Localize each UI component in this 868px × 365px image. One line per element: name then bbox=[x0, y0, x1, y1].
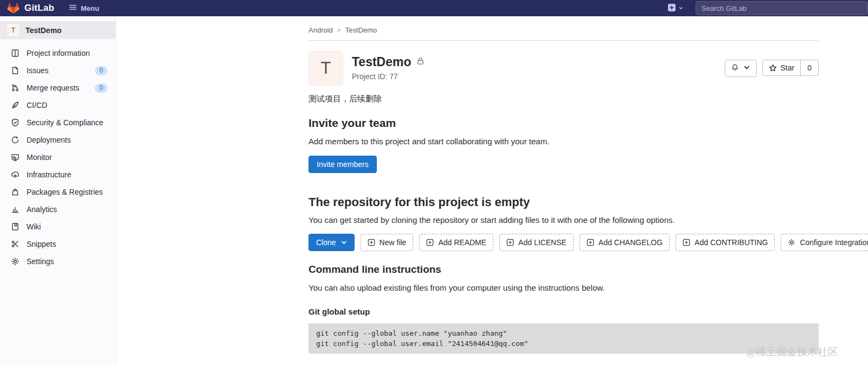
chart-icon bbox=[11, 205, 20, 214]
sidebar-item-deployments[interactable]: Deployments bbox=[0, 131, 115, 149]
breadcrumb: Android > TestDemo bbox=[308, 16, 819, 34]
navbar-right bbox=[666, 0, 868, 16]
plus-square-icon bbox=[683, 239, 690, 246]
sidebar-item-wiki[interactable]: Wiki bbox=[0, 218, 115, 235]
clone-dropdown-button[interactable]: Clone bbox=[308, 234, 355, 251]
project-avatar-small: T bbox=[7, 23, 20, 37]
search-input[interactable] bbox=[696, 1, 868, 15]
package-icon bbox=[11, 188, 20, 196]
project-actions: Star 0 bbox=[725, 60, 819, 86]
menu-button[interactable]: Menu bbox=[69, 3, 99, 13]
star-label: Star bbox=[781, 63, 795, 72]
top-navbar: GitLab Menu bbox=[0, 0, 868, 16]
add-changelog-button[interactable]: Add CHANGELOG bbox=[580, 234, 670, 251]
star-button-group: Star 0 bbox=[762, 60, 819, 76]
sidebar-item-label: Infrastructure bbox=[27, 170, 71, 179]
breadcrumb-group-link[interactable]: Android bbox=[308, 26, 333, 34]
cli-text: You can also upload existing files from … bbox=[308, 283, 819, 292]
star-button[interactable]: Star bbox=[763, 60, 801, 75]
empty-repo-text: You can get started by cloning the repos… bbox=[308, 215, 819, 225]
quill-icon bbox=[11, 101, 20, 110]
sidebar-item-label: Snippets bbox=[27, 240, 56, 248]
notification-dropdown-button[interactable] bbox=[725, 60, 757, 77]
new-file-button[interactable]: New file bbox=[361, 234, 414, 251]
count-badge: 0 bbox=[95, 84, 107, 93]
git-setup-code-block[interactable]: git config --global user.name "yuanhao z… bbox=[308, 323, 819, 354]
brand-name: GitLab bbox=[24, 3, 54, 14]
sidebar-item-issues[interactable]: Issues 0 bbox=[0, 62, 115, 79]
code-line: git config --global user.name "yuanhao z… bbox=[316, 328, 811, 338]
project-avatar: T bbox=[308, 51, 343, 86]
sidebar-item-label: CI/CD bbox=[27, 101, 47, 110]
invite-text: Add members to this project and start co… bbox=[308, 137, 819, 146]
gear-icon bbox=[788, 239, 795, 246]
plus-square-icon bbox=[587, 239, 594, 246]
sidebar-item-label: Wiki bbox=[27, 222, 41, 231]
sidebar-nav: Project information Issues 0 Merge reque… bbox=[0, 39, 115, 270]
cloud-gear-icon bbox=[11, 170, 20, 179]
git-global-setup-heading: Git global setup bbox=[308, 307, 819, 316]
chevron-down-icon bbox=[341, 240, 347, 246]
plus-square-icon bbox=[668, 4, 676, 13]
clone-label: Clone bbox=[316, 238, 336, 247]
breadcrumb-separator: > bbox=[337, 27, 341, 34]
invite-members-button[interactable]: Invite members bbox=[308, 156, 377, 173]
breadcrumb-divider bbox=[308, 40, 819, 41]
chevron-down-icon bbox=[678, 4, 684, 12]
tanuki-icon bbox=[7, 2, 20, 14]
sidebar-project-header[interactable]: T TestDemo bbox=[0, 21, 115, 39]
plus-square-icon bbox=[368, 239, 375, 246]
sidebar-item-merge-requests[interactable]: Merge requests 0 bbox=[0, 79, 115, 97]
book-icon bbox=[11, 49, 20, 57]
new-item-dropdown-button[interactable] bbox=[666, 2, 686, 15]
invite-heading: Invite your team bbox=[308, 117, 819, 130]
issues-icon bbox=[11, 66, 20, 75]
project-header: T TestDemo Project ID: 77 bbox=[308, 51, 819, 86]
sidebar-item-security-compliance[interactable]: Security & Compliance bbox=[0, 114, 115, 131]
sidebar-item-label: Deployments bbox=[27, 136, 71, 144]
gear-icon bbox=[11, 257, 20, 266]
star-icon bbox=[769, 64, 777, 72]
empty-repo-heading: The repository for this project is empty bbox=[308, 195, 819, 209]
rotate-icon bbox=[11, 136, 20, 144]
add-contributing-button[interactable]: Add CONTRIBUTING bbox=[676, 234, 775, 251]
add-readme-button[interactable]: Add README bbox=[419, 234, 493, 251]
scissors-icon bbox=[11, 240, 20, 248]
monitor-icon bbox=[11, 153, 20, 162]
sidebar-item-packages-registries[interactable]: Packages & Registries bbox=[0, 183, 115, 201]
sidebar-item-label: Project information bbox=[27, 49, 90, 57]
chevron-down-icon bbox=[743, 63, 751, 73]
sidebar-item-infrastructure[interactable]: Infrastructure bbox=[0, 166, 115, 183]
sidebar-item-analytics[interactable]: Analytics bbox=[0, 201, 115, 218]
sidebar-item-label: Monitor bbox=[27, 153, 52, 162]
sidebar-item-label: Settings bbox=[27, 257, 54, 266]
sidebar-item-label: Security & Compliance bbox=[27, 118, 104, 127]
plus-square-icon bbox=[506, 239, 514, 246]
project-meta: TestDemo Project ID: 77 bbox=[352, 51, 425, 86]
bell-icon bbox=[731, 63, 739, 73]
hamburger-icon bbox=[69, 3, 77, 13]
cli-heading: Command line instructions bbox=[308, 264, 819, 276]
gitlab-logo[interactable]: GitLab bbox=[7, 2, 54, 14]
page-title: TestDemo bbox=[352, 55, 412, 69]
sidebar-item-label: Issues bbox=[27, 66, 48, 75]
sidebar-item-ci-cd[interactable]: CI/CD bbox=[0, 97, 115, 114]
menu-label: Menu bbox=[81, 4, 99, 12]
sidebar: T TestDemo Project information Issues 0 … bbox=[0, 16, 116, 365]
add-license-button[interactable]: Add LICENSE bbox=[499, 234, 574, 251]
sidebar-item-settings[interactable]: Settings bbox=[0, 253, 115, 270]
sidebar-item-snippets[interactable]: Snippets bbox=[0, 235, 115, 253]
sidebar-item-project-information[interactable]: Project information bbox=[0, 44, 115, 62]
main-content: Android > TestDemo T TestDemo Project ID… bbox=[308, 16, 819, 365]
count-badge: 0 bbox=[95, 66, 107, 75]
project-description: 测试项目，后续删除 bbox=[308, 94, 819, 104]
star-count[interactable]: 0 bbox=[800, 60, 818, 75]
configure-integrations-button[interactable]: Configure Integrations bbox=[781, 234, 868, 251]
lock-icon bbox=[416, 57, 425, 67]
code-line: git config --global user.email "24145046… bbox=[316, 338, 811, 349]
breadcrumb-project-link[interactable]: TestDemo bbox=[345, 26, 377, 34]
sidebar-item-label: Analytics bbox=[27, 205, 57, 214]
sidebar-item-monitor[interactable]: Monitor bbox=[0, 149, 115, 166]
sidebar-project-name: TestDemo bbox=[25, 26, 62, 35]
sidebar-item-label: Merge requests bbox=[27, 84, 79, 92]
